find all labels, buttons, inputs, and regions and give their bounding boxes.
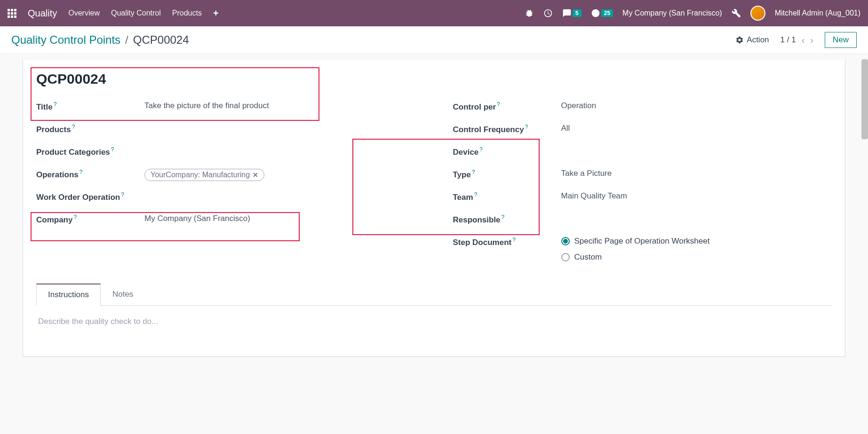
row-operations: Operations? YourCompany: Manufacturing ✕ bbox=[36, 164, 415, 187]
instructions-placeholder[interactable]: Describe the quality check to do... bbox=[38, 317, 830, 326]
help-icon[interactable]: ? bbox=[512, 237, 516, 243]
row-title: Title? Take the picture of the final pro… bbox=[36, 96, 415, 119]
row-team: Team? Main Quality Team bbox=[453, 187, 832, 209]
navbar-left: Quality Overview Quality Control Product… bbox=[8, 8, 219, 19]
breadcrumb-parent[interactable]: Quality Control Points bbox=[11, 33, 120, 47]
radio-unchecked-icon bbox=[561, 253, 570, 261]
help-icon[interactable]: ? bbox=[73, 214, 77, 221]
row-work-order-operation: Work Order Operation? bbox=[36, 187, 415, 209]
app-name[interactable]: Quality bbox=[28, 8, 57, 19]
radio-checked-icon bbox=[561, 237, 570, 245]
record-title[interactable]: QCP00024 bbox=[36, 71, 832, 87]
operation-tag[interactable]: YourCompany: Manufacturing ✕ bbox=[144, 169, 264, 181]
action-bar: Quality Control Points / QCP00024 Action… bbox=[0, 26, 868, 54]
company-selector[interactable]: My Company (San Francisco) bbox=[622, 9, 722, 17]
label-team: Team? bbox=[453, 191, 561, 202]
form-column-right: Control per? Operation Control Frequency… bbox=[453, 96, 832, 267]
label-product-categories: Product Categories? bbox=[36, 146, 144, 157]
nav-products[interactable]: Products bbox=[172, 9, 202, 17]
scrollbar-thumb[interactable] bbox=[861, 59, 868, 139]
label-company: Company? bbox=[36, 214, 144, 225]
value-control-per[interactable]: Operation bbox=[561, 101, 832, 110]
bug-icon[interactable] bbox=[525, 8, 534, 18]
step-document-radio-group: Specific Page of Operation Worksheet Cus… bbox=[561, 237, 832, 262]
label-operations: Operations? bbox=[36, 169, 144, 180]
row-control-per: Control per? Operation bbox=[453, 96, 832, 119]
value-control-frequency[interactable]: All bbox=[561, 124, 832, 133]
label-work-order-operation: Work Order Operation? bbox=[36, 191, 144, 202]
value-company[interactable]: My Company (San Francisco) bbox=[144, 214, 415, 223]
action-menu[interactable]: Action bbox=[735, 35, 769, 45]
pager-next-icon[interactable]: › bbox=[810, 35, 813, 46]
tab-bar: Instructions Notes bbox=[36, 284, 832, 306]
row-company: Company? My Company (San Francisco) bbox=[36, 209, 415, 232]
help-icon[interactable]: ? bbox=[121, 191, 124, 198]
help-icon[interactable]: ? bbox=[474, 191, 478, 198]
value-type[interactable]: Take a Picture bbox=[561, 169, 832, 178]
breadcrumb-current: QCP00024 bbox=[133, 33, 189, 47]
label-device: Device? bbox=[453, 146, 561, 157]
breadcrumb-separator: / bbox=[125, 33, 128, 47]
svg-point-0 bbox=[591, 9, 599, 17]
help-icon[interactable]: ? bbox=[525, 124, 528, 130]
tab-instructions[interactable]: Instructions bbox=[36, 284, 101, 306]
timer-icon[interactable] bbox=[543, 8, 553, 18]
label-title: Title? bbox=[36, 101, 144, 112]
help-icon[interactable]: ? bbox=[111, 146, 114, 153]
label-step-document: Step Document? bbox=[453, 237, 561, 247]
help-icon[interactable]: ? bbox=[80, 169, 83, 175]
navbar-right: 5 25 My Company (San Francisco) Mitchell… bbox=[525, 6, 860, 21]
help-icon[interactable]: ? bbox=[72, 124, 75, 130]
value-title[interactable]: Take the picture of the final product bbox=[144, 101, 415, 110]
form-column-left: Title? Take the picture of the final pro… bbox=[36, 96, 415, 267]
radio-label-specific: Specific Page of Operation Worksheet bbox=[574, 237, 710, 246]
help-icon[interactable]: ? bbox=[472, 169, 475, 175]
user-avatar[interactable] bbox=[750, 6, 765, 21]
row-type: Type? Take a Picture bbox=[453, 164, 832, 187]
label-control-frequency: Control Frequency? bbox=[453, 124, 561, 134]
radio-label-custom: Custom bbox=[574, 253, 602, 262]
tools-icon[interactable] bbox=[732, 8, 741, 18]
row-control-frequency: Control Frequency? All bbox=[453, 119, 832, 142]
form-container: QCP00024 Title? Take the picture of the … bbox=[0, 60, 868, 357]
help-icon[interactable]: ? bbox=[479, 146, 483, 153]
row-responsible: Responsible? bbox=[453, 209, 832, 232]
activity-badge: 25 bbox=[601, 9, 613, 17]
tab-notes[interactable]: Notes bbox=[101, 284, 145, 306]
help-icon[interactable]: ? bbox=[497, 101, 500, 108]
row-step-document: Step Document? Specific Page of Operatio… bbox=[453, 232, 832, 267]
breadcrumb: Quality Control Points / QCP00024 bbox=[11, 33, 189, 47]
tag-remove-icon[interactable]: ✕ bbox=[253, 171, 258, 179]
nav-overview[interactable]: Overview bbox=[68, 9, 100, 17]
value-operations[interactable]: YourCompany: Manufacturing ✕ bbox=[144, 169, 415, 181]
new-button[interactable]: New bbox=[825, 32, 857, 48]
new-app-button[interactable]: + bbox=[213, 8, 219, 19]
pager-text: 1 / 1 bbox=[780, 35, 796, 45]
label-type: Type? bbox=[453, 169, 561, 180]
radio-specific-page[interactable]: Specific Page of Operation Worksheet bbox=[561, 237, 832, 246]
tag-label: YourCompany: Manufacturing bbox=[151, 171, 250, 179]
label-responsible: Responsible? bbox=[453, 214, 561, 225]
action-bar-right: Action 1 / 1 ‹ › New bbox=[735, 32, 857, 48]
value-team[interactable]: Main Quality Team bbox=[561, 191, 832, 201]
chat-icon[interactable]: 5 bbox=[562, 8, 581, 18]
help-icon[interactable]: ? bbox=[502, 214, 505, 221]
value-step-document: Specific Page of Operation Worksheet Cus… bbox=[561, 237, 832, 262]
activity-icon[interactable]: 25 bbox=[591, 8, 613, 18]
action-label: Action bbox=[747, 35, 769, 45]
chat-badge: 5 bbox=[573, 9, 581, 17]
form-sheet: QCP00024 Title? Take the picture of the … bbox=[23, 60, 845, 357]
nav-quality-control[interactable]: Quality Control bbox=[111, 9, 161, 17]
label-control-per: Control per? bbox=[453, 101, 561, 112]
user-name[interactable]: Mitchell Admin (Aug_001) bbox=[775, 9, 860, 17]
row-products: Products? bbox=[36, 119, 415, 142]
radio-custom[interactable]: Custom bbox=[561, 253, 832, 262]
row-device: Device? bbox=[453, 142, 832, 164]
main-navbar: Quality Overview Quality Control Product… bbox=[0, 0, 868, 26]
apps-menu-icon[interactable] bbox=[8, 9, 16, 18]
pager: 1 / 1 ‹ › bbox=[780, 35, 813, 46]
row-product-categories: Product Categories? bbox=[36, 142, 415, 164]
help-icon[interactable]: ? bbox=[54, 101, 57, 108]
pager-prev-icon[interactable]: ‹ bbox=[802, 35, 805, 46]
gear-icon bbox=[735, 36, 744, 44]
